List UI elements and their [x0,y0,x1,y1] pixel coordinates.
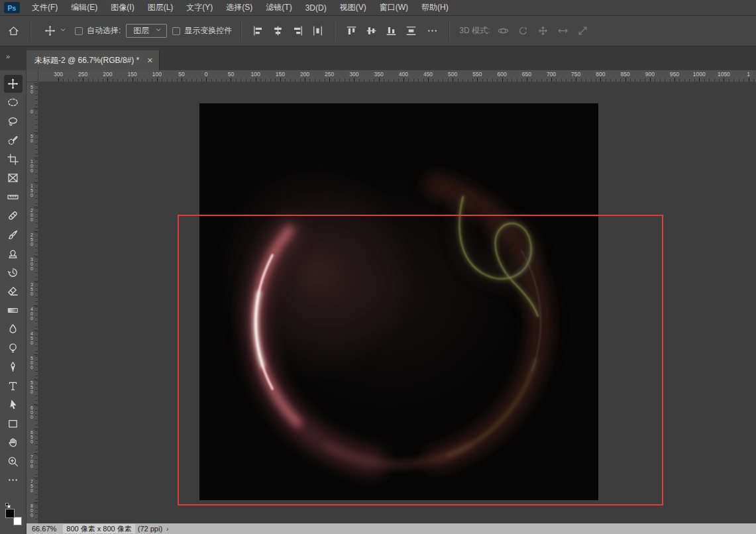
frame-tool[interactable] [4,169,23,187]
distribute-horizontal-button[interactable] [309,23,325,39]
document-info[interactable]: 800 像素 x 800 像素 [63,524,135,533]
show-transform-label: 显示变换控件 [184,25,232,36]
tool-preset-picker[interactable] [39,22,70,40]
auto-select-label: 自动选择: [87,25,121,36]
3d-pan-button[interactable] [535,23,551,39]
align-vertical-centers-button[interactable] [363,23,379,39]
menu-item-7[interactable]: 3D(D) [299,0,333,15]
pen-tool[interactable] [4,358,23,376]
lasso-tool[interactable] [4,113,23,131]
dodge-tool[interactable] [4,339,23,357]
vertical-ruler[interactable]: 5 005 01 0 01 5 02 0 02 5 03 0 03 5 04 0… [27,82,38,523]
h-ruler-label: 950 [665,71,684,78]
foreground-color-swatch[interactable] [5,509,15,518]
v-ruler-tick [34,256,38,256]
align-bottom-edges-button[interactable] [383,23,399,39]
close-tab-button[interactable]: × [147,56,152,65]
distribute-vertical-button[interactable] [403,23,419,39]
h-ruler-label: 900 [641,71,659,78]
auto-select-checkbox[interactable] [75,27,83,35]
menu-item-5[interactable]: 选择(S) [219,0,259,15]
ruler-tool[interactable] [4,188,23,206]
hand-tool[interactable] [4,433,23,451]
menu-item-1[interactable]: 编辑(E) [64,0,104,15]
h-ruler-tick [404,78,404,81]
canvas-viewport[interactable] [38,82,756,523]
menu-item-2[interactable]: 图像(I) [104,0,140,15]
history-brush-tool[interactable] [4,264,23,282]
h-ruler-tick [231,78,231,81]
3d-roll-button[interactable] [515,23,531,39]
3d-scale-button[interactable] [574,23,590,39]
auto-select-option: 自动选择: [75,25,121,36]
h-ruler-tick [157,78,158,81]
v-ruler-tick [34,305,38,306]
default-colors-icon[interactable] [7,505,11,508]
blur-tool[interactable] [4,320,23,338]
healing-brush-tool[interactable] [4,207,23,225]
color-swatches[interactable] [5,509,23,527]
menu-item-4[interactable]: 文字(Y) [180,0,219,15]
move-tool[interactable] [4,75,23,93]
menu-item-0[interactable]: 文件(F) [25,0,64,15]
zoom-tool[interactable] [4,453,23,470]
eraser-tool[interactable] [4,282,23,300]
v-ruler-tick [34,158,38,158]
rectangle-tool[interactable] [4,415,23,433]
gradient-tool[interactable] [4,301,23,319]
h-ruler-label: 200 [296,71,314,78]
status-chevron-icon[interactable]: › [166,525,168,533]
h-ruler-tick [502,78,503,81]
clone-stamp-tool[interactable] [4,244,23,262]
3d-mode-buttons [495,23,590,39]
document-tab[interactable]: 未标题-2 @ 66.7%(RGB/8#) * × [27,50,160,70]
menu-item-9[interactable]: 窗口(W) [373,0,415,15]
horizontal-ruler[interactable]: 3002502001501005005010015020025030035040… [38,70,756,82]
chevron-down-icon [154,26,162,36]
menu-item-8[interactable]: 视图(V) [333,0,373,15]
h-ruler-tick [58,78,59,81]
home-button[interactable] [5,23,21,39]
v-ruler-tick [34,502,38,503]
elliptical-marquee-tool[interactable] [4,93,23,111]
brush-tool[interactable] [4,226,23,244]
v-ruler-tick [34,330,38,331]
h-ruler-label: 700 [542,71,561,78]
menu-item-3[interactable]: 图层(L) [141,0,180,15]
ruler-origin-corner[interactable] [27,70,38,82]
h-ruler-label: 100 [148,71,166,78]
collapse-panel-button[interactable]: » [6,52,9,60]
h-ruler-label: 600 [493,71,512,78]
h-ruler-label: 50 [172,71,191,78]
align-horizontal-centers-button[interactable] [270,23,286,39]
photoshop-logo[interactable]: Ps [4,2,20,13]
v-ruler-label: 5 0 0 [27,356,36,370]
show-transform-checkbox[interactable] [172,27,180,35]
more-align-options-button[interactable] [424,23,440,39]
align-top-edges-button[interactable] [343,23,359,39]
edit-toolbar[interactable] [4,471,23,489]
menu-item-10[interactable]: 帮助(H) [415,0,455,15]
align-right-edges-button[interactable] [290,23,305,39]
v-ruler-label: 0 [27,109,36,114]
type-tool[interactable] [4,377,23,395]
3d-orbit-button[interactable] [495,23,511,39]
align-left-edges-button[interactable] [250,23,266,39]
crop-tool[interactable] [4,150,23,168]
v-ruler-label: 6 0 0 [27,405,36,419]
v-ruler-label: 5 0 [27,85,36,94]
zoom-level-field[interactable]: 66.67% [32,525,56,533]
document-tab-title: 未标题-2 @ 66.7%(RGB/8#) * [34,55,139,66]
auto-select-target-dropdown[interactable]: 图层 [126,24,167,38]
v-ruler-label: 1 0 0 [27,159,36,173]
h-ruler-label: 50 [221,71,240,78]
h-ruler-tick [600,78,601,81]
divider [241,21,241,41]
path-selection-tool[interactable] [4,396,23,413]
h-ruler-label: 850 [616,71,635,78]
v-ruler-label: 2 5 0 [27,233,36,246]
menu-item-6[interactable]: 滤镜(T) [259,0,298,15]
h-ruler-label: 500 [443,71,462,78]
quick-selection-tool[interactable] [4,131,23,149]
3d-slide-button[interactable] [555,23,570,39]
